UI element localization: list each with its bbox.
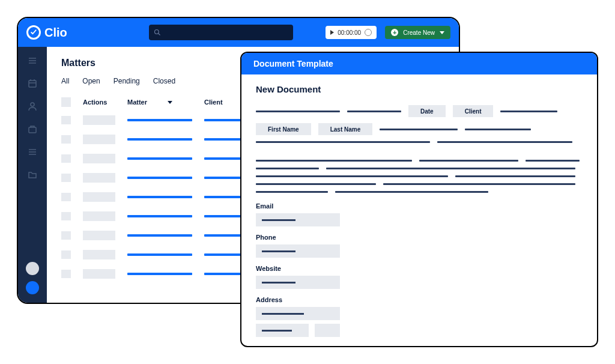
row-checkbox[interactable] bbox=[61, 116, 71, 124]
field-date[interactable]: Date bbox=[408, 105, 446, 117]
text-segment bbox=[419, 160, 518, 162]
row-checkbox[interactable] bbox=[61, 135, 71, 144]
row-checkbox[interactable] bbox=[61, 212, 71, 220]
play-icon bbox=[330, 30, 334, 35]
row-action[interactable] bbox=[83, 211, 115, 221]
label-address: Address bbox=[256, 296, 583, 303]
row-action[interactable] bbox=[83, 250, 115, 259]
status-dot-grey[interactable] bbox=[26, 262, 39, 275]
row-matter-link[interactable] bbox=[127, 234, 192, 237]
plus-icon: + bbox=[391, 29, 398, 36]
text-segment bbox=[455, 175, 575, 177]
row-action[interactable] bbox=[83, 173, 115, 183]
row-checkbox[interactable] bbox=[61, 193, 71, 201]
tab-open[interactable]: Open bbox=[82, 77, 100, 85]
svg-point-9 bbox=[31, 103, 34, 106]
label-email: Email bbox=[256, 202, 583, 210]
sidebar bbox=[18, 47, 47, 303]
input-email[interactable] bbox=[256, 213, 340, 226]
svg-line-1 bbox=[159, 34, 160, 35]
row-matter-link[interactable] bbox=[127, 253, 192, 256]
row-checkbox[interactable] bbox=[61, 270, 71, 278]
row-checkbox[interactable] bbox=[61, 250, 71, 259]
col-matter[interactable]: Matter bbox=[127, 99, 192, 106]
svg-rect-5 bbox=[29, 80, 36, 87]
svg-point-0 bbox=[155, 30, 159, 34]
row-matter-link[interactable] bbox=[127, 215, 192, 217]
modal-header: Document Template bbox=[241, 53, 597, 74]
row-checkbox[interactable] bbox=[61, 231, 71, 240]
row-matter-link[interactable] bbox=[127, 177, 192, 179]
row-matter-link[interactable] bbox=[127, 119, 192, 121]
brand-name: Clio bbox=[44, 26, 67, 40]
text-segment bbox=[256, 160, 412, 162]
input-address-state[interactable] bbox=[315, 324, 340, 337]
menu-icon[interactable] bbox=[27, 55, 38, 66]
text-segment bbox=[335, 191, 488, 193]
row-action[interactable] bbox=[83, 231, 115, 240]
text-segment bbox=[256, 141, 430, 143]
modal-title: Document Template bbox=[253, 59, 333, 68]
search-icon bbox=[154, 29, 161, 36]
create-new-button[interactable]: + Create New bbox=[385, 26, 450, 39]
row-action[interactable] bbox=[83, 135, 115, 144]
tab-pending[interactable]: Pending bbox=[114, 77, 140, 85]
calendar-icon[interactable] bbox=[27, 78, 38, 89]
row-matter-link[interactable] bbox=[127, 273, 192, 275]
folder-icon[interactable] bbox=[27, 169, 38, 180]
create-new-label: Create New bbox=[403, 29, 435, 36]
input-address-city[interactable] bbox=[256, 324, 309, 337]
field-first-name[interactable]: First Name bbox=[256, 123, 311, 135]
row-checkbox[interactable] bbox=[61, 174, 71, 182]
row-matter-link[interactable] bbox=[127, 157, 192, 160]
sort-caret-icon bbox=[168, 101, 172, 104]
row-matter-link[interactable] bbox=[127, 138, 192, 141]
text-segment bbox=[500, 111, 557, 112]
timer-value: 00:00:00 bbox=[338, 29, 361, 36]
text-segment bbox=[256, 191, 328, 193]
label-phone: Phone bbox=[256, 234, 583, 241]
document-template-modal: Document Template New Document Date Clie… bbox=[240, 52, 598, 347]
row-action[interactable] bbox=[83, 115, 115, 125]
row-action[interactable] bbox=[83, 269, 115, 279]
text-segment bbox=[437, 141, 572, 143]
text-segment bbox=[347, 111, 401, 112]
text-segment bbox=[465, 129, 531, 130]
text-segment bbox=[383, 183, 575, 185]
row-matter-link[interactable] bbox=[127, 196, 192, 198]
row-checkbox[interactable] bbox=[61, 154, 71, 163]
list-icon[interactable] bbox=[27, 147, 38, 157]
app-header: Clio 00:00:00 + Create New bbox=[18, 18, 459, 47]
person-icon[interactable] bbox=[27, 101, 38, 112]
col-actions: Actions bbox=[83, 99, 115, 106]
modal-subtitle: New Document bbox=[256, 84, 583, 94]
search-input[interactable] bbox=[149, 25, 293, 40]
label-website: Website bbox=[256, 265, 583, 272]
field-last-name[interactable]: Last Name bbox=[318, 123, 373, 135]
clock-icon bbox=[365, 29, 372, 36]
row-action[interactable] bbox=[83, 192, 115, 202]
text-segment bbox=[526, 160, 580, 162]
tab-all[interactable]: All bbox=[61, 77, 69, 85]
text-segment bbox=[256, 183, 376, 185]
tab-closed[interactable]: Closed bbox=[153, 77, 175, 85]
briefcase-icon[interactable] bbox=[27, 124, 38, 135]
input-phone[interactable] bbox=[256, 244, 340, 258]
input-address-line1[interactable] bbox=[256, 307, 340, 320]
text-segment bbox=[256, 111, 340, 112]
text-segment bbox=[380, 129, 458, 130]
field-client[interactable]: Client bbox=[453, 105, 494, 117]
chevron-down-icon bbox=[440, 31, 444, 34]
text-segment bbox=[256, 168, 319, 169]
row-action[interactable] bbox=[83, 154, 115, 163]
svg-rect-10 bbox=[29, 127, 36, 133]
text-segment bbox=[256, 175, 448, 177]
check-circle-icon bbox=[26, 25, 41, 40]
status-dot-blue[interactable] bbox=[26, 281, 39, 294]
text-segment bbox=[326, 168, 575, 169]
input-website[interactable] bbox=[256, 276, 340, 289]
select-all-checkbox[interactable] bbox=[61, 97, 71, 107]
document-preview: Date Client First Name Last Name bbox=[256, 105, 583, 193]
timer-widget[interactable]: 00:00:00 bbox=[326, 26, 377, 39]
brand-logo[interactable]: Clio bbox=[26, 25, 67, 40]
